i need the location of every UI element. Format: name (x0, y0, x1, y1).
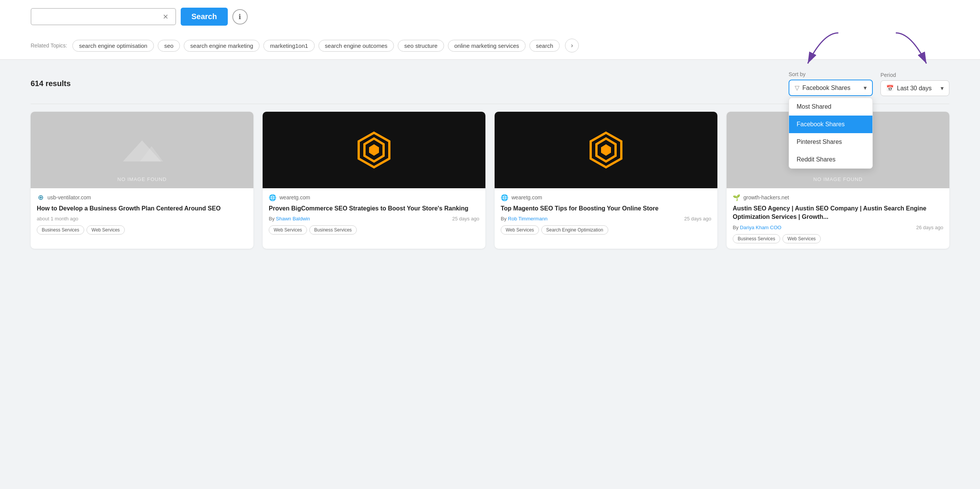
card-1-site-name: usb-ventilator.com (47, 194, 91, 200)
card-2: 🌐 wearetg.com Proven BigCommerce SEO Str… (263, 112, 485, 249)
card-3-body: 🌐 wearetg.com Top Magento SEO Tips for B… (495, 188, 717, 240)
mountain-icon (119, 137, 165, 163)
search-input-wrapper: search engine optimization ✕ (31, 8, 176, 25)
card-3: 🌐 wearetg.com Top Magento SEO Tips for B… (495, 112, 717, 249)
card-3-author: By Rob Timmermann (501, 216, 547, 222)
card-1-title: How to Develop a Business Growth Plan Ce… (37, 204, 247, 213)
info-icon: ℹ (238, 13, 241, 21)
sort-dropdown-menu: Most Shared Facebook Shares Pinterest Sh… (789, 98, 873, 169)
tag-web-services-3[interactable]: Web Services (501, 225, 539, 235)
card-2-site-name: wearetg.com (279, 194, 310, 200)
card-3-author-link[interactable]: Rob Timmermann (508, 216, 547, 222)
card-4-author: By Dariya Kham COO (733, 225, 781, 230)
card-3-site-name: wearetg.com (511, 194, 542, 200)
wearetg-logo (355, 131, 393, 169)
related-chips: search engine optimisation seo search en… (72, 40, 560, 52)
card-1-date: about 1 month ago (37, 216, 78, 222)
related-topics-row: Related Topics: search engine optimisati… (31, 33, 949, 59)
card-4-site-name: growth-hackers.net (743, 194, 789, 200)
card-2-tags: Web Services Business Services (269, 225, 479, 235)
card-4-source-row: 🌱 growth-hackers.net (733, 194, 943, 201)
sort-option-most-shared[interactable]: Most Shared (789, 98, 872, 116)
filter-icon: ▽ (795, 84, 799, 91)
tag-web-services-1[interactable]: Web Services (87, 225, 125, 235)
card-2-date: 25 days ago (452, 216, 479, 222)
card-2-image (263, 112, 485, 188)
tag-business-services-2[interactable]: Business Services (309, 225, 357, 235)
card-1-favicon: ⊕ (37, 194, 44, 201)
tag-seo-3[interactable]: Search Engine Optimization (541, 225, 608, 235)
period-selected-value: Last 30 days (897, 85, 932, 92)
card-1-image: NO IMAGE FOUND (31, 112, 253, 188)
card-4-body: 🌱 growth-hackers.net Austin SEO Agency |… (727, 188, 949, 249)
card-2-author: By Shawn Baldwin (269, 216, 310, 222)
card-4-author-link[interactable]: Dariya Kham COO (740, 225, 781, 230)
chevron-right-icon: › (571, 42, 573, 49)
card-2-title: Proven BigCommerce SEO Strategies to Boo… (269, 204, 479, 213)
card-2-favicon: 🌐 (269, 194, 276, 201)
card-4-favicon: 🌱 (733, 194, 740, 201)
card-1-meta: about 1 month ago (37, 216, 247, 222)
card-1-source-row: ⊕ usb-ventilator.com (37, 194, 247, 201)
card-1-tags: Business Services Web Services (37, 225, 247, 235)
card-4-title: Austin SEO Agency | Austin SEO Company |… (733, 204, 943, 222)
sort-option-reddit-shares[interactable]: Reddit Shares (789, 151, 872, 168)
filter-area: Sort by ▽ Facebook Shares ▾ Most Shared … (789, 71, 949, 96)
card-2-body: 🌐 wearetg.com Proven BigCommerce SEO Str… (263, 188, 485, 240)
card-3-title: Top Magento SEO Tips for Boosting Your O… (501, 204, 711, 213)
chip-2[interactable]: search engine marketing (184, 40, 260, 52)
chip-7[interactable]: search (529, 40, 560, 52)
wearetg-logo-2 (587, 131, 625, 169)
calendar-icon: 📅 (886, 85, 894, 92)
info-button[interactable]: ℹ (232, 9, 248, 24)
period-chevron-down-icon: ▾ (941, 85, 944, 92)
clear-button[interactable]: ✕ (161, 13, 170, 20)
sort-label: Sort by (789, 71, 873, 77)
card-3-image (495, 112, 717, 188)
chip-5[interactable]: seo structure (398, 40, 444, 52)
card-2-source-row: 🌐 wearetg.com (269, 194, 479, 201)
sort-chevron-down-icon: ▾ (864, 84, 867, 91)
chips-scroll-right-button[interactable]: › (565, 39, 579, 52)
sort-option-facebook-shares[interactable]: Facebook Shares (789, 116, 872, 133)
card-3-meta: By Rob Timmermann 25 days ago (501, 216, 711, 222)
search-input[interactable]: search engine optimization (37, 13, 161, 21)
card-3-tags: Web Services Search Engine Optimization (501, 225, 711, 235)
period-dropdown[interactable]: 📅 Last 30 days ▾ (880, 80, 949, 96)
tag-web-services-4[interactable]: Web Services (782, 234, 821, 243)
card-3-date: 25 days ago (684, 216, 711, 222)
card-1: NO IMAGE FOUND ⊕ usb-ventilator.com How … (31, 112, 253, 249)
chip-6[interactable]: online marketing services (448, 40, 526, 52)
search-button[interactable]: Search (181, 8, 228, 26)
tag-business-services-1[interactable]: Business Services (37, 225, 84, 235)
no-image-label: NO IMAGE FOUND (118, 176, 167, 182)
sort-option-pinterest-shares[interactable]: Pinterest Shares (789, 133, 872, 151)
no-image-label-4: NO IMAGE FOUND (813, 176, 863, 182)
chip-3[interactable]: marketing1on1 (263, 40, 314, 52)
chip-1[interactable]: seo (158, 40, 180, 52)
sort-filter-group: Sort by ▽ Facebook Shares ▾ Most Shared … (789, 71, 873, 96)
results-count: 614 results (31, 79, 71, 88)
period-label: Period (880, 72, 949, 78)
card-1-body: ⊕ usb-ventilator.com How to Develop a Bu… (31, 188, 253, 240)
card-4-date: 26 days ago (916, 225, 943, 230)
tag-business-services-4[interactable]: Business Services (733, 234, 780, 243)
card-3-favicon: 🌐 (501, 194, 508, 201)
svg-marker-6 (369, 144, 379, 156)
results-and-filters: 614 results (31, 71, 949, 96)
related-topics-label: Related Topics: (31, 42, 67, 49)
svg-marker-9 (601, 144, 611, 156)
card-2-meta: By Shawn Baldwin 25 days ago (269, 216, 479, 222)
sort-dropdown[interactable]: ▽ Facebook Shares ▾ (789, 80, 873, 96)
card-4-tags: Business Services Web Services (733, 234, 943, 243)
chip-4[interactable]: search engine outcomes (318, 40, 394, 52)
tag-web-services-2[interactable]: Web Services (269, 225, 307, 235)
card-3-source-row: 🌐 wearetg.com (501, 194, 711, 201)
card-4-meta: By Dariya Kham COO 26 days ago (733, 225, 943, 230)
sort-selected-value: Facebook Shares (802, 85, 850, 91)
chip-0[interactable]: search engine optimisation (72, 40, 154, 52)
card-2-author-link[interactable]: Shawn Baldwin (276, 216, 310, 222)
period-filter-group: Period 📅 Last 30 days ▾ (880, 72, 949, 96)
